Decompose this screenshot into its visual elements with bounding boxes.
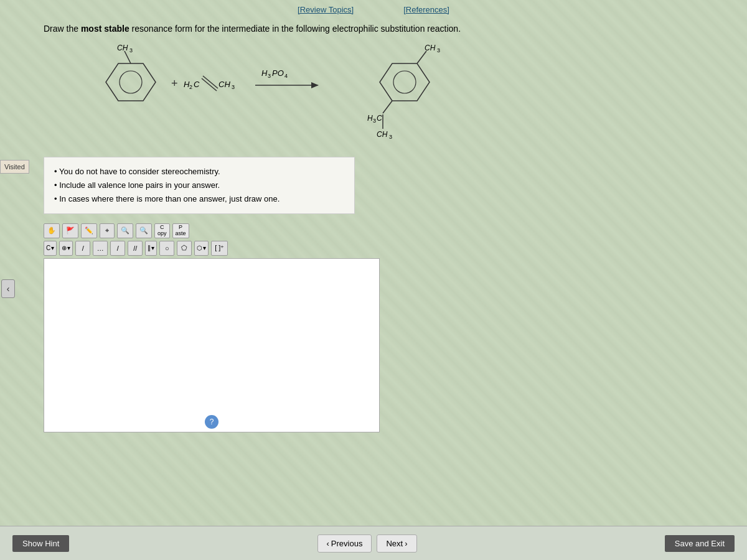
copy-btn[interactable]: Copy bbox=[154, 223, 170, 238]
zoom-out-icon: 🔍 bbox=[139, 226, 148, 235]
svg-text:2: 2 bbox=[189, 84, 192, 90]
svg-text:PO: PO bbox=[272, 68, 284, 78]
svg-text:H: H bbox=[367, 114, 373, 123]
double-bond-btn[interactable]: // bbox=[128, 241, 143, 256]
hand-icon: ✋ bbox=[47, 226, 56, 235]
toolbar-row2: C ▾ ⊕ ▾ / … / bbox=[44, 241, 728, 256]
show-hint-button[interactable]: Show Hint bbox=[12, 535, 69, 552]
top-nav: [Review Topics] [References] bbox=[0, 0, 747, 17]
prev-label: Previous bbox=[331, 539, 363, 548]
svg-text:3: 3 bbox=[232, 84, 235, 90]
svg-text:CH: CH bbox=[218, 80, 230, 89]
question-text: Draw the most stable resonance form for … bbox=[44, 23, 728, 35]
svg-text:3: 3 bbox=[389, 134, 392, 140]
carbon-label: C bbox=[46, 245, 50, 251]
svg-point-20 bbox=[393, 71, 416, 93]
visited-tab: Visited bbox=[0, 160, 29, 174]
canvas-help-btn[interactable]: ? bbox=[205, 415, 218, 429]
carbon-dropdown[interactable]: C ▾ bbox=[44, 241, 57, 256]
drawing-area: ✋ 🚩 ✏️ ⌖ 🔍 🔍 bbox=[44, 223, 728, 432]
pentagon-icon: ⬠ bbox=[181, 244, 187, 252]
paste-btn[interactable]: Paste bbox=[172, 223, 189, 238]
hand-tool-btn[interactable]: ✋ bbox=[44, 223, 60, 238]
nav-buttons: ‹ Previous Next › bbox=[317, 534, 417, 553]
zoom-in-icon: 🔍 bbox=[121, 226, 129, 235]
paste-label: Paste bbox=[176, 225, 186, 237]
instructions-box: You do not have to consider stereochemis… bbox=[44, 157, 355, 214]
svg-text:CH: CH bbox=[425, 45, 436, 52]
svg-text:C: C bbox=[194, 80, 200, 89]
svg-text:3: 3 bbox=[373, 118, 376, 124]
svg-text:+: + bbox=[171, 77, 178, 90]
add-dropdown[interactable]: ⊕ ▾ bbox=[59, 241, 73, 256]
svg-point-1 bbox=[120, 71, 142, 93]
svg-line-21 bbox=[417, 51, 426, 63]
zoom-out-btn[interactable]: 🔍 bbox=[136, 223, 152, 238]
wedge-bond-btn[interactable]: / bbox=[110, 241, 125, 256]
next-label: Next bbox=[386, 539, 403, 548]
carbon-chevron: ▾ bbox=[51, 245, 54, 251]
svg-text:C: C bbox=[377, 114, 382, 123]
instruction-item-3: In cases where there is more than one an… bbox=[54, 192, 344, 206]
review-topics-link[interactable]: [Review Topics] bbox=[298, 5, 354, 14]
content-area: ‹ Visited Draw the most stable resonance… bbox=[0, 17, 747, 560]
pentagon-tool-btn[interactable]: ⬠ bbox=[177, 241, 192, 256]
double-bond-dropdown[interactable]: ‖ ▾ bbox=[145, 241, 157, 256]
hexagon-dropdown[interactable]: ⬡ ▾ bbox=[194, 241, 209, 256]
svg-text:3: 3 bbox=[437, 47, 440, 54]
next-chevron-icon: › bbox=[405, 539, 407, 548]
lasso-icon: ⌖ bbox=[105, 226, 109, 235]
add-chevron: ▾ bbox=[67, 245, 70, 251]
save-exit-button[interactable]: Save and Exit bbox=[665, 535, 735, 552]
svg-text:H: H bbox=[261, 68, 268, 78]
hexagon-icon: ⬡ bbox=[197, 245, 202, 251]
svg-marker-18 bbox=[311, 82, 319, 88]
ring-tool-btn[interactable]: ○ bbox=[159, 241, 174, 256]
bracket-icon: [ ]⁺ bbox=[215, 244, 224, 252]
svg-line-10 bbox=[202, 78, 217, 91]
svg-text:3: 3 bbox=[268, 73, 271, 79]
svg-text:3: 3 bbox=[129, 47, 133, 54]
instruction-item-1: You do not have to consider stereochemis… bbox=[54, 165, 344, 179]
ring-icon: ○ bbox=[165, 245, 169, 252]
previous-button[interactable]: ‹ Previous bbox=[317, 534, 372, 553]
single-bond-icon: / bbox=[82, 245, 84, 252]
double-bond-v2-icon: ‖ bbox=[148, 245, 151, 251]
instruction-item-2: Include all valence lone pairs in your a… bbox=[54, 179, 344, 192]
flag-tool-btn[interactable]: 🚩 bbox=[62, 223, 78, 238]
zoom-in-btn[interactable]: 🔍 bbox=[117, 223, 133, 238]
reaction-area: CH 3 + H 2 C CH 3 H 3 PO 4 bbox=[44, 45, 728, 144]
svg-text:CH: CH bbox=[117, 45, 128, 52]
double-bond-v2-chevron: ▾ bbox=[151, 245, 154, 251]
drawing-canvas[interactable]: ? bbox=[44, 258, 380, 432]
reaction-diagram: CH 3 + H 2 C CH 3 H 3 PO 4 bbox=[44, 45, 529, 144]
hexagon-chevron: ▾ bbox=[203, 245, 206, 251]
dotted-bond-btn[interactable]: … bbox=[93, 241, 108, 256]
next-button[interactable]: Next › bbox=[377, 534, 416, 553]
svg-marker-0 bbox=[106, 63, 156, 101]
svg-marker-19 bbox=[380, 63, 430, 101]
eraser-tool-btn[interactable]: ✏️ bbox=[81, 223, 97, 238]
prev-chevron-icon: ‹ bbox=[327, 539, 329, 548]
svg-line-9 bbox=[203, 76, 218, 88]
svg-text:CH: CH bbox=[377, 130, 388, 139]
references-link[interactable]: [References] bbox=[403, 5, 449, 14]
flag-icon: 🚩 bbox=[66, 226, 75, 235]
svg-text:4: 4 bbox=[284, 73, 288, 79]
eraser-icon: ✏️ bbox=[85, 226, 93, 235]
copy-label: Copy bbox=[157, 225, 167, 237]
instructions-list: You do not have to consider stereochemis… bbox=[54, 165, 344, 206]
bracket-btn[interactable]: [ ]⁺ bbox=[211, 241, 228, 256]
lasso-tool-btn[interactable]: ⌖ bbox=[100, 223, 115, 238]
dotted-bond-icon: … bbox=[97, 245, 104, 252]
svg-line-24 bbox=[383, 101, 392, 113]
wedge-bond-icon: / bbox=[117, 245, 119, 252]
bottom-bar: Show Hint ‹ Previous Next › Save and Exi… bbox=[0, 526, 747, 560]
toolbar-row1: ✋ 🚩 ✏️ ⌖ 🔍 🔍 bbox=[44, 223, 728, 238]
add-icon: ⊕ bbox=[62, 245, 67, 251]
double-bond-icon: // bbox=[133, 245, 137, 252]
main-container: [Review Topics] [References] ‹ Visited D… bbox=[0, 0, 747, 560]
single-bond-btn[interactable]: / bbox=[75, 241, 90, 256]
left-nav-arrow[interactable]: ‹ bbox=[1, 279, 15, 298]
